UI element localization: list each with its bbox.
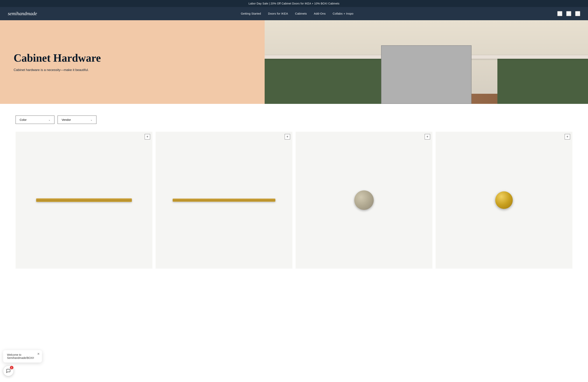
add-to-cart-button[interactable]: + — [145, 134, 150, 139]
hardware-bar-image-2 — [173, 199, 275, 202]
hero-left: Cabinet Hardware Cabinet hardware is a n… — [0, 20, 265, 104]
add-to-cart-button[interactable]: + — [565, 134, 570, 139]
hero-subtitle: Cabinet hardware is a necessity—make it … — [14, 68, 253, 72]
chevron-down-icon: ⌄ — [90, 118, 92, 121]
site-logo[interactable]: semihandmade — [8, 11, 37, 17]
chevron-down-icon: ⌄ — [48, 118, 50, 121]
cabinet-left — [265, 58, 394, 104]
search-button[interactable] — [557, 11, 562, 16]
nav-link-doors-for-ikea[interactable]: Doors for IKEA — [268, 12, 288, 15]
hardware-bar-image — [36, 198, 132, 202]
nav-item-collabs-inspo[interactable]: Collabs + Inspo — [333, 12, 354, 15]
cart-button[interactable] — [575, 11, 580, 16]
hero-section: Cabinet Hardware Cabinet hardware is a n… — [0, 20, 588, 104]
add-to-cart-button[interactable]: + — [425, 134, 430, 139]
stove — [381, 45, 472, 104]
svg-point-2 — [568, 12, 569, 14]
nav-link-add-ons[interactable]: Add-Ons — [314, 12, 326, 15]
main-nav: Getting Started Doors for IKEA Cabinets … — [241, 12, 353, 15]
color-filter-label: Color — [20, 118, 27, 121]
product-grid: + + + + — [0, 130, 588, 279]
vendor-filter-dropdown[interactable]: Vendor ⌄ — [58, 116, 96, 124]
nav-icons — [557, 11, 580, 16]
account-button[interactable] — [566, 11, 571, 16]
nav-link-collabs-inspo[interactable]: Collabs + Inspo — [333, 12, 354, 15]
product-card: + — [156, 132, 293, 269]
nav-link-cabinets[interactable]: Cabinets — [295, 12, 307, 15]
svg-line-1 — [561, 14, 562, 15]
vendor-filter-label: Vendor — [62, 118, 71, 121]
product-card: + — [436, 132, 572, 269]
hero-right — [265, 20, 588, 104]
color-filter-dropdown[interactable]: Color ⌄ — [16, 116, 54, 124]
kitchen-scene — [265, 20, 588, 104]
nav-item-add-ons[interactable]: Add-Ons — [314, 12, 326, 15]
header: semihandmade Getting Started Doors for I… — [0, 7, 588, 20]
nav-item-doors-for-ikea[interactable]: Doors for IKEA — [268, 12, 288, 15]
hero-title: Cabinet Hardware — [14, 52, 253, 64]
nav-item-cabinets[interactable]: Cabinets — [295, 12, 307, 15]
cart-icon — [576, 11, 580, 16]
nav-item-getting-started[interactable]: Getting Started — [241, 12, 261, 15]
add-to-cart-button[interactable]: + — [285, 134, 290, 139]
search-icon — [558, 11, 562, 16]
nav-link-getting-started[interactable]: Getting Started — [241, 12, 261, 15]
svg-point-0 — [558, 12, 561, 15]
account-icon — [567, 11, 571, 16]
hardware-knob-image — [495, 191, 513, 209]
announcement-text: Labor Day Sale | 20% Off Cabinet Doors f… — [249, 2, 339, 5]
product-card: + — [295, 132, 432, 269]
filters-section: Color ⌄ Vendor ⌄ — [0, 104, 588, 130]
nav-links: Getting Started Doors for IKEA Cabinets … — [241, 12, 353, 15]
product-card: + — [16, 132, 152, 269]
cabinet-right — [497, 58, 588, 104]
hardware-disc-image — [354, 191, 374, 210]
announcement-bar: Labor Day Sale | 20% Off Cabinet Doors f… — [0, 0, 588, 7]
